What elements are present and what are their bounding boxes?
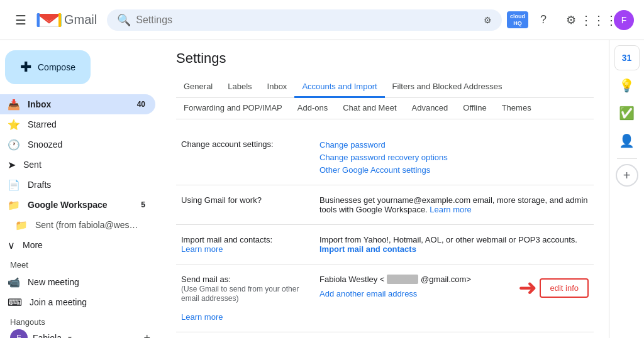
- sidebar-snoozed-label: Snoozed: [28, 139, 145, 150]
- sidebar-workspace-label: Google Workspace: [28, 200, 133, 210]
- new-meeting-label: New meeting: [28, 277, 79, 287]
- tab-addons[interactable]: Add-ons: [290, 98, 335, 119]
- email-blurred: ••••••••••: [387, 275, 418, 284]
- label-gmail-work: Using Gmail for work?: [176, 185, 314, 225]
- sidebar-item-snoozed[interactable]: 🕐 Snoozed: [0, 134, 155, 155]
- compose-button[interactable]: ✚ Compose: [5, 50, 91, 84]
- workspace-icon: 📁: [8, 199, 20, 211]
- sent-fabiola-icon: 📁: [15, 219, 28, 231]
- video-icon: 📹: [8, 276, 20, 288]
- tab-forwarding[interactable]: Forwarding and POP/IMAP: [176, 98, 290, 119]
- contacts-icon[interactable]: 👤: [614, 128, 640, 153]
- clock-icon: 🕐: [8, 139, 20, 151]
- primary-tabs: General Labels Inbox Accounts and Import…: [176, 77, 594, 98]
- sent-icon: ➤: [8, 159, 16, 171]
- tasks-icon[interactable]: ✅: [614, 101, 640, 126]
- left-sidebar: ✚ Compose 📥 Inbox 40 ⭐ Starred 🕐 Snoozed: [0, 40, 161, 338]
- cloudhq-badge: cloudHQ: [507, 11, 528, 29]
- gmail-wordmark: Gmail: [64, 13, 97, 27]
- link-learn-more-import[interactable]: Learn more: [181, 244, 223, 254]
- gmail-logo-icon: [36, 11, 62, 29]
- value-change-account: Change password Change password recovery…: [314, 129, 594, 185]
- secondary-tabs: Forwarding and POP/IMAP Add-ons Chat and…: [176, 98, 594, 119]
- search-bar: 🔍 ⚙: [107, 9, 502, 31]
- search-input[interactable]: [136, 14, 479, 26]
- more-icon: ∨: [8, 239, 15, 251]
- hangouts-title: Hangouts: [10, 317, 150, 327]
- tune-icon[interactable]: ⚙: [484, 15, 492, 25]
- settings-table: Change account settings: Change password…: [176, 129, 594, 332]
- link-google-account[interactable]: Other Google Account settings: [319, 165, 430, 175]
- link-import-contacts[interactable]: Import mail and contacts: [319, 244, 416, 254]
- right-sidebar-divider: [617, 158, 637, 159]
- help-button[interactable]: ?: [531, 8, 556, 33]
- send-mail-sublabel: (Use Gmail to send from your other email…: [181, 285, 299, 303]
- value-send-mail-as: Fabiola Westley <••••••••••@gmail.com> A…: [314, 264, 594, 332]
- tab-general[interactable]: General: [176, 77, 220, 98]
- tab-chat-meet[interactable]: Chat and Meet: [335, 98, 404, 119]
- sidebar-item-join-meeting[interactable]: ⌨ Join a meeting: [0, 292, 155, 312]
- sidebar-item-drafts[interactable]: 📄 Drafts: [0, 175, 155, 195]
- email-display-name: Fabiola Westley <: [319, 275, 384, 284]
- sidebar-item-more[interactable]: ∨ More: [0, 235, 155, 255]
- sidebar-inbox-label: Inbox: [28, 99, 130, 109]
- link-learn-more-send[interactable]: Learn more: [181, 312, 223, 322]
- sidebar-workspace-count: 5: [141, 200, 145, 209]
- compose-label: Compose: [38, 62, 75, 72]
- sidebar-sent-label: Sent: [23, 160, 145, 170]
- hangouts-section: Hangouts F Fabiola ▼ +: [0, 312, 160, 338]
- tab-offline[interactable]: Offline: [455, 98, 494, 119]
- page-title: Settings: [176, 50, 594, 67]
- profile-avatar[interactable]: F: [614, 10, 634, 30]
- tab-accounts-import[interactable]: Accounts and Import: [294, 77, 384, 98]
- sidebar-item-starred[interactable]: ⭐ Starred: [0, 114, 155, 134]
- tab-filters[interactable]: Filters and Blocked Addresses: [385, 77, 510, 98]
- row-gmail-work: Using Gmail for work? Businesses get you…: [176, 185, 594, 225]
- compose-plus-icon: ✚: [20, 59, 31, 75]
- sidebar-item-inbox[interactable]: 📥 Inbox 40: [0, 94, 155, 114]
- tab-inbox[interactable]: Inbox: [260, 77, 295, 98]
- gmail-logo: Gmail: [36, 11, 97, 29]
- hangouts-dropdown-icon: ▼: [67, 335, 73, 339]
- label-send-mail-as: Send mail as: (Use Gmail to send from yo…: [176, 264, 314, 332]
- hangouts-user[interactable]: F Fabiola ▼ +: [10, 329, 150, 338]
- right-sidebar: 31 💡 ✅ 👤 +: [609, 40, 644, 338]
- sidebar-inbox-count: 40: [137, 100, 145, 109]
- search-icon: 🔍: [117, 13, 131, 27]
- calendar-icon[interactable]: 31: [614, 45, 640, 70]
- edit-info-button[interactable]: edit info: [540, 278, 589, 298]
- hangouts-add-icon[interactable]: +: [143, 332, 150, 339]
- sidebar-item-workspace[interactable]: 📁 Google Workspace 5: [0, 195, 155, 215]
- main-content: Settings General Labels Inbox Accounts a…: [161, 40, 609, 338]
- row-import-mail: Import mail and contacts: Learn more Imp…: [176, 225, 594, 264]
- svg-rect-2: [37, 13, 40, 27]
- label-change-account: Change account settings:: [176, 129, 314, 185]
- red-arrow-icon: ➜: [518, 275, 537, 301]
- value-gmail-work: Businesses get yourname@example.com emai…: [314, 185, 594, 225]
- join-meeting-label: Join a meeting: [30, 297, 87, 307]
- add-app-button[interactable]: +: [616, 164, 638, 187]
- row-send-mail-as: Send mail as: (Use Gmail to send from yo…: [176, 264, 594, 332]
- svg-rect-3: [58, 13, 61, 27]
- tab-advanced[interactable]: Advanced: [404, 98, 456, 119]
- link-learn-more-workspace[interactable]: Learn more: [430, 205, 471, 214]
- link-change-password[interactable]: Change password: [319, 140, 386, 150]
- sidebar-item-sent-fabiola[interactable]: 📁 Sent (from fabiola@wes…: [0, 215, 155, 235]
- label-import-mail: Import mail and contacts: Learn more: [176, 225, 314, 264]
- keep-icon[interactable]: 💡: [614, 73, 640, 98]
- link-add-email[interactable]: Add another email address: [319, 289, 417, 298]
- sidebar-sent-fabiola-label: Sent (from fabiola@wes…: [35, 220, 145, 230]
- tab-labels[interactable]: Labels: [220, 77, 259, 98]
- hamburger-menu[interactable]: ☰: [10, 8, 31, 33]
- sidebar-drafts-label: Drafts: [28, 180, 145, 190]
- link-change-recovery[interactable]: Change password recovery options: [319, 153, 448, 162]
- inbox-icon: 📥: [8, 99, 20, 111]
- keyboard-icon: ⌨: [8, 297, 22, 308]
- sidebar-item-new-meeting[interactable]: 📹 New meeting: [0, 272, 155, 292]
- row-change-account: Change account settings: Change password…: [176, 129, 594, 185]
- apps-button[interactable]: ⋮⋮⋮: [586, 8, 611, 33]
- tab-themes[interactable]: Themes: [494, 98, 539, 119]
- sidebar-item-sent[interactable]: ➤ Sent: [0, 155, 155, 175]
- meet-section-title: Meet: [0, 255, 160, 272]
- star-icon: ⭐: [8, 119, 20, 131]
